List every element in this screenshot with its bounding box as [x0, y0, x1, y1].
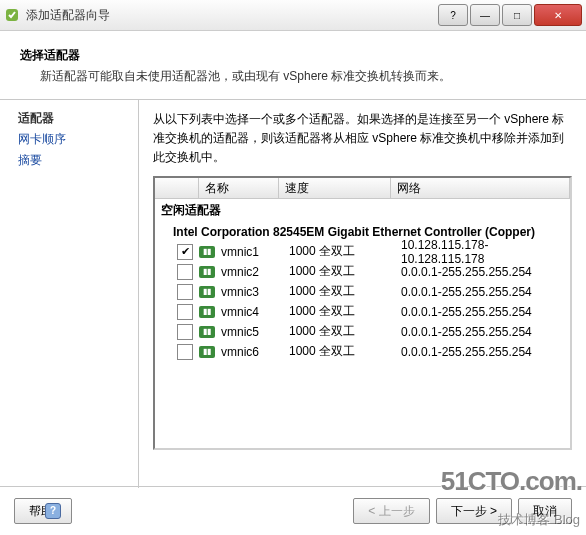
adapter-speed: 1000 全双工 [289, 303, 401, 320]
wizard-footer: 帮助 ? < 上一步 下一步 > 取消 [0, 486, 586, 535]
wizard-content: 选择适配器 新适配器可能取自未使用适配器池，或由现有 vSphere 标准交换机… [0, 31, 586, 488]
adapter-network: 0.0.0.1-255.255.255.254 [401, 305, 570, 319]
row-checkbox[interactable] [177, 344, 193, 360]
nic-icon: ▮▮ [199, 266, 215, 278]
adapter-network: 0.0.0.1-255.255.255.254 [401, 285, 570, 299]
cancel-button[interactable]: 取消 [518, 498, 572, 524]
col-speed: 速度 [279, 178, 391, 198]
table-row[interactable]: ▮▮vmnic31000 全双工0.0.0.1-255.255.255.254 [155, 282, 570, 302]
next-button[interactable]: 下一步 > [436, 498, 512, 524]
adapter-speed: 1000 全双工 [289, 323, 401, 340]
adapter-table: 名称 速度 网络 空闲适配器 Intel Corporation 82545EM… [153, 176, 572, 450]
adapter-name: vmnic4 [221, 305, 289, 319]
nic-icon: ▮▮ [199, 346, 215, 358]
adapter-name: vmnic2 [221, 265, 289, 279]
step-summary[interactable]: 摘要 [18, 152, 128, 169]
table-row[interactable]: ▮▮vmnic61000 全双工0.0.0.1-255.255.255.254 [155, 342, 570, 362]
row-checkbox[interactable] [177, 324, 193, 340]
group-idle-adapters: 空闲适配器 [155, 199, 570, 222]
window-title: 添加适配器向导 [26, 7, 438, 24]
adapter-network: 0.0.0.1-255.255.255.254 [401, 345, 570, 359]
table-header: 名称 速度 网络 [155, 178, 570, 199]
maximize-button[interactable]: □ [502, 4, 532, 26]
wizard-main: 从以下列表中选择一个或多个适配器。如果选择的是连接至另一个 vSphere 标准… [139, 100, 586, 488]
col-checkbox [155, 178, 199, 198]
nic-icon: ▮▮ [199, 246, 215, 258]
table-row[interactable]: ✔▮▮vmnic11000 全双工10.128.115.178-10.128.1… [155, 242, 570, 262]
wizard-steps-sidebar: 适配器 网卡顺序 摘要 [0, 100, 139, 488]
nic-icon: ▮▮ [199, 286, 215, 298]
wizard-body: 适配器 网卡顺序 摘要 从以下列表中选择一个或多个适配器。如果选择的是连接至另一… [0, 100, 586, 488]
adapter-name: vmnic1 [221, 245, 289, 259]
col-name: 名称 [199, 178, 279, 198]
wizard-header: 选择适配器 新适配器可能取自未使用适配器池，或由现有 vSphere 标准交换机… [0, 41, 586, 100]
help-icon: ? [45, 503, 61, 519]
step-adapter[interactable]: 适配器 [18, 110, 128, 127]
adapter-name: vmnic5 [221, 325, 289, 339]
adapter-speed: 1000 全双工 [289, 243, 401, 260]
table-row[interactable]: ▮▮vmnic41000 全双工0.0.0.1-255.255.255.254 [155, 302, 570, 322]
minimize-button[interactable]: — [470, 4, 500, 26]
row-checkbox[interactable] [177, 264, 193, 280]
table-row[interactable]: ▮▮vmnic51000 全双工0.0.0.1-255.255.255.254 [155, 322, 570, 342]
row-checkbox[interactable] [177, 304, 193, 320]
app-icon [4, 7, 20, 23]
adapter-speed: 1000 全双工 [289, 343, 401, 360]
nic-icon: ▮▮ [199, 306, 215, 318]
help-button[interactable]: ? [438, 4, 468, 26]
adapter-name: vmnic6 [221, 345, 289, 359]
back-button[interactable]: < 上一步 [353, 498, 429, 524]
row-checkbox[interactable]: ✔ [177, 244, 193, 260]
nic-icon: ▮▮ [199, 326, 215, 338]
adapter-network: 0.0.0.1-255.255.255.254 [401, 325, 570, 339]
page-title: 选择适配器 [20, 47, 566, 64]
window-titlebar: 添加适配器向导 ? — □ ✕ [0, 0, 586, 31]
adapter-network: 10.128.115.178-10.128.115.178 [401, 238, 570, 266]
row-checkbox[interactable] [177, 284, 193, 300]
adapter-name: vmnic3 [221, 285, 289, 299]
adapter-rows: ✔▮▮vmnic11000 全双工10.128.115.178-10.128.1… [155, 242, 570, 362]
adapter-network: 0.0.0.1-255.255.255.254 [401, 265, 570, 279]
table-row[interactable]: ▮▮vmnic21000 全双工0.0.0.1-255.255.255.254 [155, 262, 570, 282]
close-button[interactable]: ✕ [534, 4, 582, 26]
help-button-footer[interactable]: 帮助 ? [14, 498, 72, 524]
nav-buttons: < 上一步 下一步 > 取消 [353, 498, 572, 524]
adapter-speed: 1000 全双工 [289, 263, 401, 280]
window-buttons: ? — □ ✕ [438, 4, 582, 26]
step-nic-order[interactable]: 网卡顺序 [18, 131, 128, 148]
adapter-speed: 1000 全双工 [289, 283, 401, 300]
instructions-text: 从以下列表中选择一个或多个适配器。如果选择的是连接至另一个 vSphere 标准… [153, 110, 572, 168]
page-description: 新适配器可能取自未使用适配器池，或由现有 vSphere 标准交换机转换而来。 [40, 68, 566, 85]
col-network: 网络 [391, 178, 570, 198]
